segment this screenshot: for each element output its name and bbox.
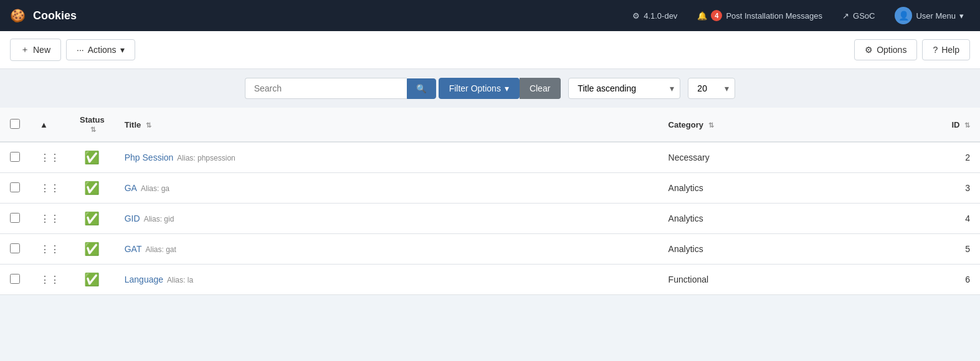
app-title: Cookies <box>33 9 77 22</box>
row-checkbox[interactable] <box>10 213 20 223</box>
table-row: ⋮⋮ ✅ GATAlias: gat Analytics 5 <box>0 234 980 265</box>
notifications-button[interactable]: 🔔 4 Post Installation Messages <box>691 6 829 25</box>
row-menu-button[interactable]: ⋮⋮ <box>40 243 60 255</box>
search-button[interactable]: 🔍 <box>407 78 436 99</box>
new-button[interactable]: ＋ New <box>10 39 61 61</box>
status-enabled-icon[interactable]: ✅ <box>80 180 105 195</box>
row-checkbox-cell <box>0 173 30 204</box>
row-checkbox[interactable] <box>10 274 20 284</box>
table-container: ▲ Status ⇅ Title ⇅ Category ⇅ ID ⇅ <box>0 108 980 295</box>
header-category[interactable]: Category ⇅ <box>659 108 930 142</box>
row-checkbox[interactable] <box>10 243 20 253</box>
select-all-checkbox[interactable] <box>10 119 20 129</box>
navbar: 🍪 Cookies ⚙ 4.1.0-dev 🔔 4 Post Installat… <box>0 0 980 31</box>
table-row: ⋮⋮ ✅ GAAlias: ga Analytics 3 <box>0 173 980 204</box>
row-alias: Alias: gat <box>145 245 176 254</box>
sort-select[interactable]: Title ascendingTitle descendingID ascend… <box>568 78 680 99</box>
row-title-cell: GAAlias: ga <box>115 173 659 204</box>
title-col-label: Title <box>125 120 141 129</box>
chevron-down-icon: ▾ <box>505 83 509 93</box>
row-id: 6 <box>965 274 970 284</box>
row-checkbox-cell <box>0 204 30 234</box>
table-header: ▲ Status ⇅ Title ⇅ Category ⇅ ID ⇅ <box>0 108 980 142</box>
actions-button[interactable]: ··· Actions ▾ <box>66 39 135 60</box>
category-sort-icon: ⇅ <box>708 121 714 129</box>
filter-options-button[interactable]: Filter Options ▾ <box>439 78 520 99</box>
new-label: New <box>33 45 50 55</box>
per-page-wrapper: 51015202550100 ▾ <box>688 78 735 99</box>
id-col-label: ID <box>951 120 959 129</box>
row-id-cell: 5 <box>930 234 980 265</box>
status-enabled-icon[interactable]: ✅ <box>80 241 105 256</box>
row-menu-cell: ⋮⋮ <box>30 204 70 234</box>
row-title-cell: GIDAlias: gid <box>115 204 659 234</box>
status-sort-icon: ⇅ <box>90 126 96 134</box>
status-enabled-icon[interactable]: ✅ <box>80 211 105 226</box>
header-status[interactable]: Status ⇅ <box>70 108 115 142</box>
version-label: 4.1.0-dev <box>644 11 677 21</box>
sort-wrapper: Title ascendingTitle descendingID ascend… <box>568 78 680 99</box>
plus-icon: ＋ <box>21 44 29 55</box>
row-status-cell: ✅ <box>70 142 115 173</box>
status-enabled-icon[interactable]: ✅ <box>80 150 105 165</box>
bell-icon: 🔔 <box>697 11 707 21</box>
row-category: Analytics <box>668 183 703 193</box>
row-category-cell: Analytics <box>659 173 930 204</box>
row-category-cell: Functional <box>659 265 930 295</box>
gear-icon: ⚙ <box>865 45 873 55</box>
row-id: 3 <box>965 183 970 193</box>
header-id[interactable]: ID ⇅ <box>930 108 980 142</box>
row-checkbox[interactable] <box>10 182 20 192</box>
row-checkbox[interactable] <box>10 152 20 162</box>
app-icon: 🍪 <box>10 8 26 23</box>
row-title-link[interactable]: Language <box>125 274 163 284</box>
row-title-cell: Php SessionAlias: phpsession <box>115 142 659 173</box>
row-title-link[interactable]: GAT <box>125 244 142 254</box>
clear-button[interactable]: Clear <box>520 78 561 99</box>
row-menu-button[interactable]: ⋮⋮ <box>40 213 60 225</box>
help-button[interactable]: ? Help <box>922 39 970 60</box>
row-title-link[interactable]: GID <box>125 213 140 223</box>
row-menu-button[interactable]: ⋮⋮ <box>40 182 60 194</box>
row-menu-cell: ⋮⋮ <box>30 234 70 265</box>
gsoc-button[interactable]: ↗ GSoC <box>836 7 881 24</box>
row-status-cell: ✅ <box>70 204 115 234</box>
row-menu-cell: ⋮⋮ <box>30 173 70 204</box>
row-alias: Alias: phpsession <box>177 154 235 162</box>
row-id-cell: 6 <box>930 265 980 295</box>
user-menu-button[interactable]: 👤 User Menu ▾ <box>888 3 970 28</box>
search-input[interactable] <box>245 78 407 99</box>
category-col-label: Category <box>668 120 703 129</box>
row-category-cell: Analytics <box>659 204 930 234</box>
row-category-cell: Analytics <box>659 234 930 265</box>
question-icon: ? <box>933 45 938 55</box>
row-menu-button[interactable]: ⋮⋮ <box>40 274 60 286</box>
row-title-link[interactable]: Php Session <box>125 152 174 162</box>
title-sort-icon: ⇅ <box>146 121 151 129</box>
row-id-cell: 4 <box>930 204 980 234</box>
row-title-cell: GATAlias: gat <box>115 234 659 265</box>
options-button[interactable]: ⚙ Options <box>854 39 917 60</box>
table-row: ⋮⋮ ✅ Php SessionAlias: phpsession Necess… <box>0 142 980 173</box>
joomla-icon: ⚙ <box>632 11 640 21</box>
header-title[interactable]: Title ⇅ <box>115 108 659 142</box>
row-category: Analytics <box>668 213 703 223</box>
header-menu-col: ▲ <box>30 108 70 142</box>
row-alias: Alias: la <box>167 276 193 284</box>
header-checkbox-col <box>0 108 30 142</box>
row-id: 5 <box>965 244 970 254</box>
gsoc-label: GSoC <box>853 11 875 21</box>
row-menu-button[interactable]: ⋮⋮ <box>40 152 60 164</box>
search-wrapper: 🔍 <box>245 78 436 99</box>
status-col-label: Status <box>80 115 105 124</box>
row-title-link[interactable]: GA <box>125 183 137 193</box>
row-checkbox-cell <box>0 234 30 265</box>
status-enabled-icon[interactable]: ✅ <box>80 272 105 287</box>
chevron-down-icon: ▾ <box>120 45 125 55</box>
version-item: ⚙ 4.1.0-dev <box>626 7 683 24</box>
row-checkbox-cell <box>0 142 30 173</box>
per-page-select[interactable]: 51015202550100 <box>688 78 735 99</box>
filter-options-clear-group: Filter Options ▾ Clear <box>436 78 561 99</box>
user-menu-label: User Menu <box>916 11 956 21</box>
row-category: Analytics <box>668 244 703 254</box>
